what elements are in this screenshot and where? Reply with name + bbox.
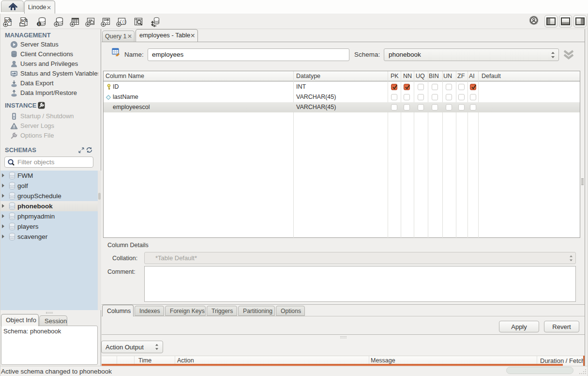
svg-text:SQL: SQL [21, 19, 28, 23]
